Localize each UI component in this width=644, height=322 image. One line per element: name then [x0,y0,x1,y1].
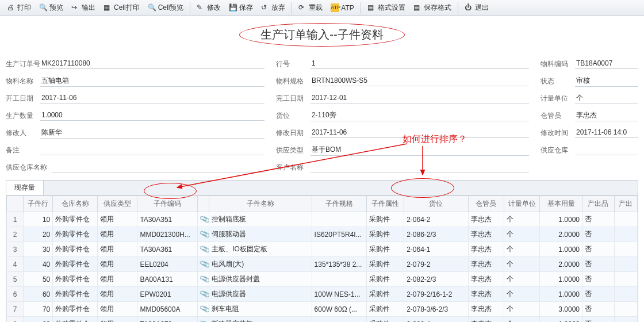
mat-code-field[interactable]: TB18A0007 [575,59,638,69]
cell-child-spec: 600W 60Ω (... [312,302,367,317]
atp-label: ATP [341,4,354,12]
cell-child-name: 电源供应器 [209,287,312,302]
mat-name-field[interactable]: 五轴电箱 [40,75,264,87]
cell-attach[interactable]: 📎 [198,242,209,257]
end-date-field[interactable]: 2017-12-01 [310,93,529,103]
cell-output2 [614,317,637,323]
cell-base-qty: 1.0000 [540,317,582,323]
release-button[interactable]: ↺放弃 [258,2,289,14]
cell-print-label: Cell打印 [114,3,140,13]
toolbar-sep [190,2,190,14]
print-button[interactable]: 🖨打印 [3,2,34,14]
table-row[interactable]: 660外购零件仓领用EPW0201📎电源供应器100W NES-1...采购件2… [7,287,638,302]
toolbar-sep [292,2,292,14]
mod-time-label: 修改时间 [540,128,575,138]
cell-output2 [614,257,637,272]
table-row[interactable]: 440外购零件仓领用EEL0204📎电风扇(大)135*135*38 2...采… [7,257,638,272]
preview-button[interactable]: 🔍预览 [36,2,67,14]
mod-time-field[interactable]: 2017-11-06 14:0 [575,128,638,138]
reload-button[interactable]: ⟳重载 [295,2,326,14]
cell-base-qty: 1.0000 [540,272,582,287]
mat-spec-field[interactable]: BRTN1800WS-S5 [310,76,529,86]
cell-child-line: 50 [23,272,52,287]
col-child-attr[interactable]: 子件属性 [367,196,404,212]
toolbar-sep [458,2,458,14]
col-location[interactable]: 货位 [404,196,468,212]
table-row[interactable]: 110外购零件仓领用TA30A351📎控制箱底板采购件2-064-2李忠杰个1.… [7,212,638,227]
col-child-line[interactable]: 子件行 [23,196,52,212]
table-row[interactable]: 880外购零件仓领用TA30A370📎断路器安装架采购件2-082-4李忠杰个1… [7,317,638,323]
modify-button[interactable]: ✎修改 [193,2,224,14]
table-row[interactable]: 550外购零件仓领用BA00A131📎电源供应器封盖采购件2-082-2/3李忠… [7,272,638,287]
order-no-field[interactable]: MK2017110080 [40,59,264,69]
remark-field[interactable] [40,145,264,155]
release-icon: ↺ [261,3,270,12]
cell-uom: 个 [504,227,540,242]
col-supply-type[interactable]: 供应类型 [98,196,137,212]
col-output2[interactable]: 产出 [614,196,637,212]
cell-uom: 个 [504,242,540,257]
line-no-field[interactable]: 1 [310,59,529,69]
cell-print-button[interactable]: ▦Cell打印 [100,2,143,14]
cell-child-attr: 采购件 [367,272,404,287]
supply-wh-name-field[interactable] [52,162,264,172]
cell-attach[interactable]: 📎 [198,317,209,323]
cust-name-field[interactable] [310,162,529,172]
cell-supply-type: 领用 [98,272,137,287]
save-format-button[interactable]: ▤保存格式 [410,2,455,14]
col-uom[interactable]: 计量单位 [504,196,540,212]
table-row[interactable]: 220外购零件仓领用MMD021300H...📎伺服驱动器IS620PT5R4I… [7,227,638,242]
tab-stock[interactable]: 现存量 [6,181,44,195]
table-row[interactable]: 770外购零件仓领用MMD05600A📎刹车电阻600W 60Ω (...采购件… [7,302,638,317]
col-warehouse[interactable]: 仓库名称 [53,196,98,212]
toolbar: 🖨打印 🔍预览 ↪输出 ▦Cell打印 🔍Cell预览 ✎修改 💾保存 ↺放弃 … [0,0,644,16]
save-icon: 💾 [229,3,237,12]
export-button[interactable]: ↪输出 [68,2,99,14]
cell-child-name: 断路器安装架 [209,317,312,323]
preview-icon: 🔍 [39,3,48,12]
keeper-field[interactable]: 李忠杰 [575,110,638,121]
col-output[interactable]: 产出品 [582,196,615,212]
supply-wh-field[interactable] [575,145,638,155]
cell-base-qty: 2.0000 [540,227,582,242]
cell-child-spec [312,272,367,287]
cell-attach[interactable]: 📎 [198,257,209,272]
cell-attach[interactable]: 📎 [198,287,209,302]
toolbar-sep [361,2,361,14]
cell-rownum: 4 [7,257,24,272]
cell-child-name: 伺服驱动器 [209,227,312,242]
table-row[interactable]: 330外购零件仓领用TA30A361📎主板、IO板固定板采购件2-064-1李忠… [7,242,638,257]
cell-attach[interactable]: 📎 [198,227,209,242]
cell-output: 否 [582,242,615,257]
reload-label: 重载 [309,3,323,13]
cell-location: 2-064-2 [404,212,468,227]
exit-button[interactable]: ⏻退出 [461,2,492,14]
col-keeper[interactable]: 仓管员 [468,196,504,212]
end-date-label: 完工日期 [276,94,310,103]
col-child-name[interactable]: 子件名称 [209,196,312,212]
col-child-code[interactable]: 子件编码 [137,196,198,212]
cust-name-label: 客户名称 [276,163,310,172]
cell-keeper: 李忠杰 [468,317,504,323]
supply-type-field[interactable]: 基于BOM [310,144,529,156]
cell-attach[interactable]: 📎 [198,272,209,287]
qty-field[interactable]: 1.0000 [40,110,264,121]
cell-warehouse: 外购零件仓 [53,302,98,317]
atp-button[interactable]: ATPATP [327,2,357,13]
col-rownum[interactable] [7,196,24,212]
mod-date-field[interactable]: 2017-11-06 [310,128,529,138]
cell-preview-button[interactable]: 🔍Cell预览 [144,2,187,14]
cell-attach[interactable]: 📎 [198,302,209,317]
cell-attach[interactable]: 📎 [198,212,209,227]
col-attach[interactable] [198,196,209,212]
status-field[interactable]: 审核 [575,75,638,87]
loc-field[interactable]: 2-110旁 [310,110,529,121]
start-date-field[interactable]: 2017-11-06 [40,93,264,103]
col-child-spec[interactable]: 子件规格 [312,196,367,212]
uom-field[interactable]: 个 [575,93,638,104]
save-button[interactable]: 💾保存 [225,2,256,14]
save-format-icon: ▤ [413,3,422,12]
format-set-button[interactable]: ▤格式设置 [364,2,409,14]
modifier-field[interactable]: 陈新华 [40,127,264,139]
col-base-qty[interactable]: 基本用量 [540,196,582,212]
